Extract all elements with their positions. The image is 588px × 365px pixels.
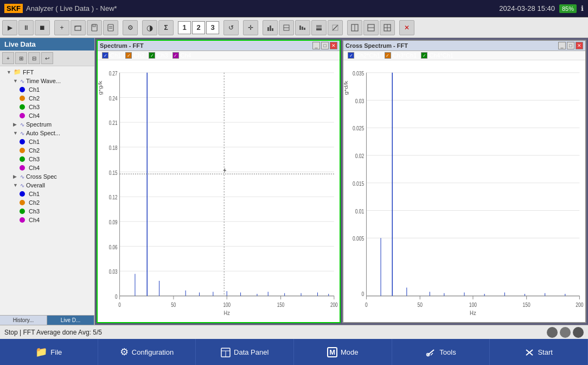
chart2-restore-button[interactable]: □ <box>567 42 574 49</box>
calc-button[interactable] <box>103 20 118 35</box>
settings-button[interactable]: ⚙ <box>123 20 138 35</box>
svg-text:200: 200 <box>330 302 338 308</box>
pie-button[interactable]: ◑ <box>142 20 157 35</box>
svg-rect-2 <box>93 24 95 27</box>
status-dot-1 <box>547 327 558 338</box>
ch3ch1-legend-item[interactable]: ✓ Ch3*Ch1 <box>385 52 417 59</box>
status-text: Stop | FFT Average done Avg: 5/5 <box>4 329 102 336</box>
sidebar-add-button[interactable]: + <box>2 52 14 64</box>
ch2ch1-legend-item[interactable]: ✓ Ch2*Ch1 <box>348 52 380 59</box>
add-button[interactable]: + <box>54 20 69 35</box>
sidebar-title: Live Data <box>0 38 94 51</box>
tree-label: Spectrum <box>26 121 52 128</box>
bar-chart5-button[interactable] <box>328 20 343 35</box>
sidebar-collapse-button[interactable]: ⊟ <box>28 52 40 64</box>
chart2-controls: _ □ ✕ <box>558 42 583 49</box>
ch3ch1-checkbox[interactable]: ✓ <box>385 52 391 59</box>
ch1-checkbox[interactable]: ✓ <box>102 52 108 59</box>
chart2-close-button[interactable]: ✕ <box>576 42 583 49</box>
tree-item-tw-ch2[interactable]: Ch2 <box>0 94 94 103</box>
close-all-button[interactable]: ✕ <box>399 20 414 35</box>
pause-button[interactable]: ⏸ <box>18 20 34 35</box>
tree-item-spectrum[interactable]: ▶ ∿ Spectrum <box>0 120 94 129</box>
panel2-button[interactable] <box>363 20 379 35</box>
tree-item-as-ch3[interactable]: Ch3 <box>0 155 94 163</box>
data-panel-button[interactable]: Data Panel <box>196 339 294 365</box>
ch4-legend-item[interactable]: ✓ Ch4 <box>172 52 191 59</box>
tree-item-as-ch4[interactable]: Ch4 <box>0 163 94 172</box>
skf-logo: SKF <box>4 4 23 13</box>
ch3-checkbox[interactable]: ✓ <box>149 52 155 59</box>
num1-button[interactable]: 1 <box>178 21 191 34</box>
crosshair-button[interactable]: ✛ <box>243 20 258 35</box>
svg-text:g*d/k: g*d/k <box>343 80 349 95</box>
tree-item-ov-ch2[interactable]: Ch2 <box>0 198 94 207</box>
ch4ch1-checkbox[interactable]: ✓ <box>421 52 427 59</box>
bar-chart3-button[interactable] <box>295 20 310 35</box>
wave-icon: ∿ <box>20 174 24 180</box>
svg-text:0.21: 0.21 <box>109 120 118 126</box>
tree-item-as-ch2[interactable]: Ch2 <box>0 146 94 155</box>
ch2-checkbox[interactable]: ✓ <box>125 52 132 59</box>
ch4ch1-legend-item[interactable]: ✓ Ch4*Ch1 <box>421 52 453 59</box>
svg-rect-11 <box>299 26 301 30</box>
info-icon[interactable]: ℹ <box>581 4 584 12</box>
play-button[interactable]: ▶ <box>2 20 17 35</box>
status-bar: Stop | FFT Average done Avg: 5/5 <box>0 325 588 339</box>
tree-item-crossspec[interactable]: ▶ ∿ Cross Spec <box>0 172 94 181</box>
ch2-legend-item[interactable]: ✓ Ch2 <box>125 52 144 59</box>
configuration-button[interactable]: ⚙ Configuration <box>98 339 196 365</box>
ch4-checkbox[interactable]: ✓ <box>172 52 179 59</box>
ch3-dot-icon <box>20 156 25 162</box>
panel3-button[interactable] <box>380 20 395 35</box>
save-button[interactable] <box>87 20 102 35</box>
tree-item-ov-ch4[interactable]: Ch4 <box>0 216 94 224</box>
tree-item-ov-ch3[interactable]: Ch3 <box>0 207 94 216</box>
tree-item-ov-ch1[interactable]: Ch1 <box>0 190 94 198</box>
tree-item-overall[interactable]: ▼ ∿ Overall <box>0 181 94 190</box>
tree-item-as-ch1[interactable]: Ch1 <box>0 137 94 146</box>
tree-label: Ch2 <box>29 199 40 206</box>
bottom-bar: 📁 File ⚙ Configuration Data Panel M Mode… <box>0 339 588 365</box>
sigma-button[interactable]: Σ <box>158 20 174 35</box>
chart2-minimize-button[interactable]: _ <box>558 42 566 49</box>
tools-icon <box>425 347 436 358</box>
bar-chart4-button[interactable] <box>311 20 327 35</box>
tools-button[interactable]: Tools <box>392 339 490 365</box>
tab-livedata[interactable]: Live D... <box>47 316 94 325</box>
svg-text:0: 0 <box>362 291 365 297</box>
cross-spectrum-fft-panel: Cross Spectrum - FFT _ □ ✕ ✓ Ch2*Ch1 ✓ C… <box>342 40 586 323</box>
svg-line-120 <box>427 350 434 355</box>
chart1-restore-button[interactable]: □ <box>321 42 329 49</box>
sidebar-expand-button[interactable]: ⊞ <box>15 52 27 64</box>
start-icon <box>525 347 534 358</box>
num3-button[interactable]: 3 <box>206 21 219 34</box>
tree-item-autospect[interactable]: ▼ ∿ Auto Spect... <box>0 129 94 137</box>
tree-item-tw-ch1[interactable]: Ch1 <box>0 85 94 94</box>
panel1-button[interactable] <box>347 20 362 35</box>
open-button[interactable] <box>71 20 86 35</box>
ch1-legend-item[interactable]: ✓ Ch1 <box>102 52 121 59</box>
sidebar-back-button[interactable]: ↩ <box>41 52 53 64</box>
bar-chart1-button[interactable] <box>263 20 278 35</box>
file-button[interactable]: 📁 File <box>0 339 98 365</box>
tree-item-tw-ch3[interactable]: Ch3 <box>0 103 94 111</box>
tree-item-timewave[interactable]: ▼ ∿ Time Wave... <box>0 77 94 85</box>
ch3-legend-item[interactable]: ✓ Ch3 <box>149 52 168 59</box>
header-left: SKF Analyzer ( Live Data ) - New* <box>4 4 117 13</box>
tree-label: Ch4 <box>29 165 40 171</box>
num2-button[interactable]: 2 <box>192 21 205 34</box>
svg-text:50: 50 <box>171 302 176 308</box>
ch1-label: Ch1 <box>110 52 121 59</box>
tree-item-fft[interactable]: ▼ 📁 FFT <box>0 67 94 77</box>
chart1-close-button[interactable]: ✕ <box>330 42 337 49</box>
start-button[interactable]: Start <box>490 339 588 365</box>
stop-button[interactable]: ⏹ <box>35 20 50 35</box>
bar-chart2-button[interactable] <box>279 20 294 35</box>
mode-button[interactable]: M Mode <box>294 339 392 365</box>
tree-item-tw-ch4[interactable]: Ch4 <box>0 111 94 120</box>
refresh-button[interactable]: ↺ <box>223 20 239 35</box>
chart1-minimize-button[interactable]: _ <box>312 42 320 49</box>
tab-history[interactable]: History... <box>0 316 47 325</box>
ch2ch1-checkbox[interactable]: ✓ <box>348 52 354 59</box>
